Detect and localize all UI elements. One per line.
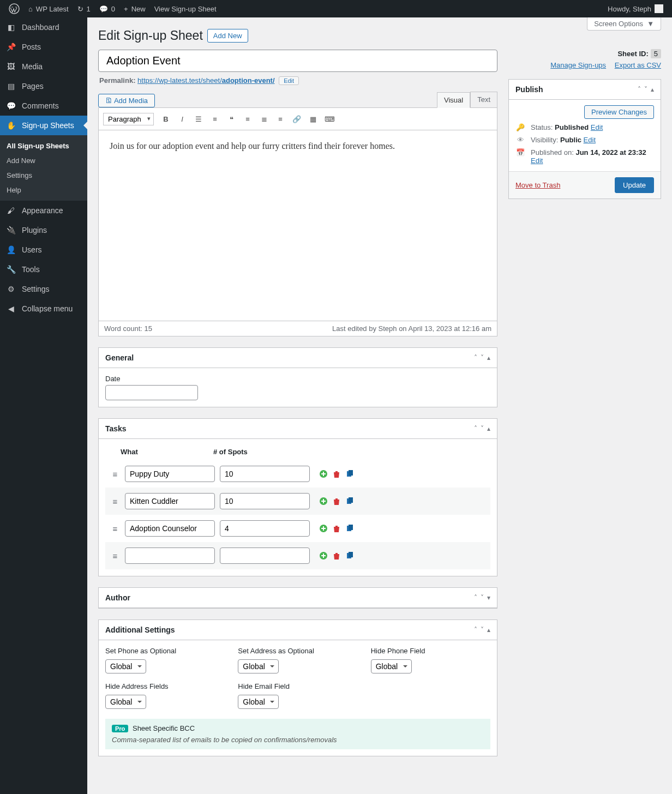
drag-handle-icon[interactable]: ≡ <box>107 470 123 479</box>
copy-row-icon[interactable] <box>345 497 354 506</box>
menu-users[interactable]: 👤Users <box>0 240 87 260</box>
menu-signup-sheets[interactable]: ✋Sign-up Sheets <box>0 116 87 135</box>
menu-plugins[interactable]: 🔌Plugins <box>0 220 87 240</box>
export-csv-link[interactable]: Export as CSV <box>615 61 661 69</box>
task-spots-input[interactable] <box>220 493 310 509</box>
manage-signups-link[interactable]: Manage Sign-ups <box>550 61 606 69</box>
account-link[interactable]: Howdy, Steph <box>603 0 668 17</box>
select-hide-address[interactable]: Global <box>105 695 146 709</box>
task-what-input[interactable] <box>125 466 215 482</box>
kitchen-sink-button[interactable]: ⌨ <box>322 111 337 127</box>
toggle-icon[interactable]: ▴ <box>487 425 490 432</box>
copy-row-icon[interactable] <box>345 551 354 560</box>
copy-row-icon[interactable] <box>345 470 354 478</box>
tab-text[interactable]: Text <box>470 92 497 107</box>
menu-posts[interactable]: 📌Posts <box>0 37 87 57</box>
task-spots-input[interactable] <box>220 548 310 564</box>
format-select[interactable]: Paragraph <box>103 113 154 125</box>
quote-button[interactable]: ❝ <box>224 111 239 127</box>
menu-comments[interactable]: 💬Comments <box>0 96 87 116</box>
tab-visual[interactable]: Visual <box>437 92 470 108</box>
screen-options-toggle[interactable]: Screen Options ▼ <box>587 17 661 31</box>
editor-content[interactable]: Join us for our adoption event and help … <box>98 130 497 321</box>
select-hide-email[interactable]: Global <box>238 695 279 709</box>
edit-slug-button[interactable]: Edit <box>279 76 299 85</box>
task-spots-input[interactable] <box>220 466 310 482</box>
ol-button[interactable]: ≡ <box>207 111 223 127</box>
view-link[interactable]: View Sign-up Sheet <box>150 0 221 17</box>
add-row-icon[interactable] <box>319 524 328 533</box>
align-center-button[interactable]: ≣ <box>256 111 272 127</box>
italic-button[interactable]: I <box>175 111 190 127</box>
permalink-link[interactable]: https://wp-latest.test/sheet/adoption-ev… <box>137 76 274 85</box>
task-what-input[interactable] <box>125 493 215 509</box>
toggle-icon[interactable]: ▴ <box>487 626 490 634</box>
add-media-button[interactable]: 🖻 Add Media <box>98 94 155 107</box>
delete-row-icon[interactable] <box>332 524 341 533</box>
updates-link[interactable]: ↻1 <box>73 0 95 17</box>
more-button[interactable]: ▦ <box>305 111 321 127</box>
preview-button[interactable]: Preview Changes <box>584 105 654 119</box>
comments-link[interactable]: 💬0 <box>95 0 119 17</box>
move-up-icon[interactable]: ˄ <box>474 594 477 601</box>
move-down-icon[interactable]: ˅ <box>481 594 484 601</box>
submenu-settings[interactable]: Settings <box>0 168 87 183</box>
menu-appearance[interactable]: 🖌Appearance <box>0 201 87 220</box>
toggle-icon[interactable]: ▾ <box>487 594 490 601</box>
move-down-icon[interactable]: ˅ <box>481 626 484 634</box>
move-up-icon[interactable]: ˄ <box>638 86 641 93</box>
submenu-all[interactable]: All Sign-up Sheets <box>0 139 87 153</box>
align-right-button[interactable]: ≡ <box>273 111 288 127</box>
edit-date-link[interactable]: Edit <box>531 157 543 165</box>
move-up-icon[interactable]: ˄ <box>474 354 477 362</box>
move-down-icon[interactable]: ˅ <box>481 354 484 362</box>
drag-handle-icon[interactable]: ≡ <box>107 497 123 506</box>
post-title-input[interactable] <box>98 50 497 72</box>
move-down-icon[interactable]: ˅ <box>644 86 647 93</box>
publish-title: Publish <box>515 85 638 94</box>
select-phone-opt[interactable]: Global <box>105 659 146 673</box>
menu-collapse[interactable]: ◀Collapse menu <box>0 299 87 318</box>
site-link[interactable]: ⌂WP Latest <box>24 0 73 17</box>
ul-button[interactable]: ☰ <box>191 111 206 127</box>
additional-title: Additional Settings <box>105 625 474 634</box>
edit-visibility-link[interactable]: Edit <box>584 136 596 144</box>
trash-link[interactable]: Move to Trash <box>515 181 560 189</box>
date-input[interactable] <box>105 385 198 400</box>
add-new-button[interactable]: Add New <box>207 29 248 43</box>
menu-tools[interactable]: 🔧Tools <box>0 260 87 279</box>
task-what-input[interactable] <box>125 548 215 564</box>
copy-row-icon[interactable] <box>345 524 354 533</box>
drag-handle-icon[interactable]: ≡ <box>107 551 123 561</box>
add-row-icon[interactable] <box>319 470 328 478</box>
menu-settings[interactable]: ⚙Settings <box>0 279 87 299</box>
submenu-add[interactable]: Add New <box>0 153 87 168</box>
align-left-button[interactable]: ≡ <box>240 111 255 127</box>
task-what-input[interactable] <box>125 520 215 537</box>
delete-row-icon[interactable] <box>332 470 341 478</box>
add-row-icon[interactable] <box>319 497 328 506</box>
select-address-opt[interactable]: Global <box>238 659 279 673</box>
new-link[interactable]: +New <box>119 0 150 17</box>
select-hide-phone[interactable]: Global <box>371 659 412 673</box>
task-spots-input[interactable] <box>220 520 310 537</box>
delete-row-icon[interactable] <box>332 551 341 560</box>
edit-status-link[interactable]: Edit <box>591 123 603 131</box>
toggle-icon[interactable]: ▴ <box>651 86 654 93</box>
link-button[interactable]: 🔗 <box>289 111 304 127</box>
bold-button[interactable]: B <box>158 111 173 127</box>
wp-logo[interactable] <box>4 0 24 17</box>
menu-media[interactable]: 🖼Media <box>0 57 87 76</box>
drag-handle-icon[interactable]: ≡ <box>107 524 123 533</box>
add-row-icon[interactable] <box>319 551 328 560</box>
submenu-help[interactable]: Help <box>0 183 87 197</box>
update-button[interactable]: Update <box>615 177 654 193</box>
toggle-icon[interactable]: ▴ <box>487 354 490 362</box>
move-down-icon[interactable]: ˅ <box>481 425 484 432</box>
menu-dashboard[interactable]: ◧Dashboard <box>0 17 87 37</box>
page-title: Edit Sign-up Sheet <box>98 28 203 43</box>
delete-row-icon[interactable] <box>332 497 341 506</box>
move-up-icon[interactable]: ˄ <box>474 425 477 432</box>
menu-pages[interactable]: ▤Pages <box>0 76 87 96</box>
move-up-icon[interactable]: ˄ <box>474 626 477 634</box>
